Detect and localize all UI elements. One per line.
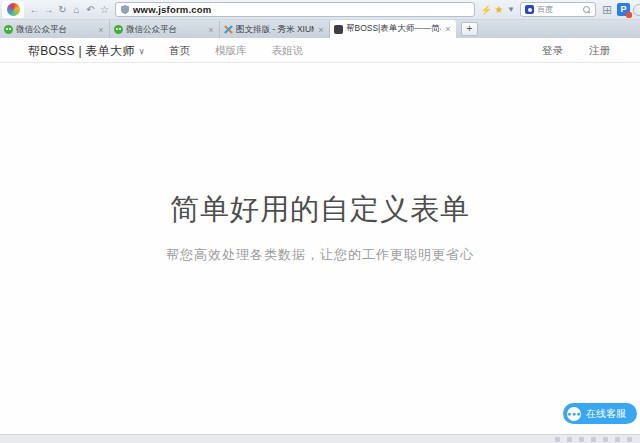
home-icon[interactable]: ⌂ [70,2,83,18]
chevron-down-icon: ∨ [139,47,145,56]
tray-icon [567,437,572,442]
site-nav: 首页 模版库 表姐说 [169,44,303,58]
plugin-p-icon[interactable]: P [617,3,630,16]
search-box[interactable]: 百度 [520,2,596,17]
taskbar-sliver [0,434,640,443]
tray-icon [579,437,584,442]
site-logo-text: 帮BOSS | 表单大师 [28,43,135,60]
login-link[interactable]: 登录 [542,44,563,58]
address-bar[interactable]: www.jsform.com [115,2,475,17]
url-text: www.jsform.com [133,4,211,15]
search-engine-label: 百度 [537,4,580,15]
browser-logo-icon [7,3,20,16]
tab-title: 图文排版 - 秀米 XIUMI [236,24,314,36]
wechat-icon [4,25,13,34]
tab-wechat-1[interactable]: 微信公众平台 × [0,21,110,38]
tray-icon [603,437,608,442]
tab-wechat-2[interactable]: 微信公众平台 × [110,21,220,38]
tab-title: 微信公众平台 [126,24,204,36]
close-icon[interactable]: × [444,24,452,34]
clipped-toolbar-icon[interactable] [633,4,640,16]
new-tab-button[interactable]: + [461,22,478,36]
online-support-button[interactable]: ●●● 在线客服 [563,403,637,424]
search-icon[interactable] [583,6,591,14]
tab-xiumi[interactable]: 图文排版 - 秀米 XIUMI × [220,21,330,38]
baidu-icon [525,5,534,14]
back-icon[interactable]: ← [28,2,41,18]
apps-grid-icon[interactable]: ⊞ [600,3,614,17]
site-header: 帮BOSS | 表单大师 ∨ 首页 模版库 表姐说 登录 注册 [0,38,640,63]
tray-icon [627,437,632,442]
lightning-icon[interactable]: ⚡ [480,5,492,15]
register-link[interactable]: 注册 [589,44,610,58]
forward-icon[interactable]: → [42,2,55,18]
chat-dots: ●●● [567,410,581,417]
chat-bubble-icon: ●●● [567,407,581,421]
tab-title: 微信公众平台 [16,24,94,36]
nav-item-templates[interactable]: 模版库 [215,44,247,58]
hero-section: 简单好用的自定义表单 帮您高效处理各类数据，让您的工作更聪明更省心 [0,190,640,264]
shield-icon [121,5,129,14]
close-icon[interactable]: × [207,25,215,35]
nav-item-home[interactable]: 首页 [169,44,190,58]
tray-icon [591,437,596,442]
dropdown-caret-icon[interactable]: ▼ [506,5,516,14]
refresh-icon[interactable]: ↻ [56,2,69,18]
undo-icon[interactable]: ↶ [84,2,97,18]
tray-icon [615,437,620,442]
nav-item-blog[interactable]: 表姐说 [271,44,303,58]
tray-icon [555,437,560,442]
hero-title: 简单好用的自定义表单 [0,190,640,230]
browser-toolbar: ← → ↻ ⌂ ↶ ☆ www.jsform.com ⚡ ★ ▼ 百度 ⊞ P [0,0,640,20]
plugin-badge [626,12,632,18]
xiumi-icon [224,25,233,34]
auth-links: 登录 注册 [542,44,610,58]
wechat-icon [114,25,123,34]
favorites-star-icon[interactable]: ☆ [98,2,111,18]
support-label: 在线客服 [586,407,626,421]
close-icon[interactable]: × [97,25,105,35]
web-page: 帮BOSS | 表单大师 ∨ 首页 模版库 表姐说 登录 注册 简单好用的自定义… [0,38,640,434]
close-icon[interactable]: × [317,25,325,35]
bookmark-star-icon[interactable]: ★ [493,4,505,15]
hero-subtitle: 帮您高效处理各类数据，让您的工作更聪明更省心 [0,246,640,264]
tab-jsform-active[interactable]: 帮BOSS|表单大师——简单好用 × [330,20,456,38]
browser-window: ← → ↻ ⌂ ↶ ☆ www.jsform.com ⚡ ★ ▼ 百度 ⊞ P [0,0,640,443]
tab-bar: 微信公众平台 × 微信公众平台 × 图文排版 - 秀米 XIUMI × 帮BOS… [0,20,640,38]
tab-title: 帮BOSS|表单大师——简单好用 [346,23,441,35]
jsform-favicon [334,25,343,34]
browser-menu-button[interactable] [2,1,24,18]
site-logo[interactable]: 帮BOSS | 表单大师 ∨ [28,43,145,60]
